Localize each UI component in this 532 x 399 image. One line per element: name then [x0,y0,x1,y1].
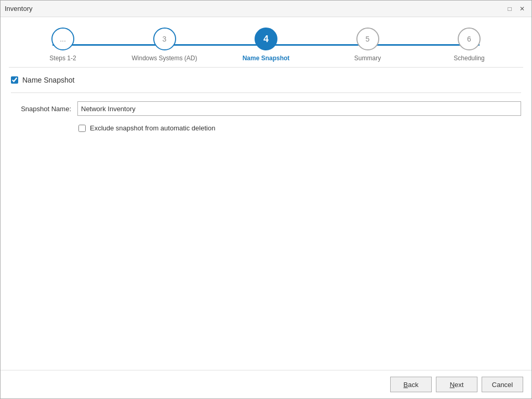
main-window: Inventory □ ✕ ... Steps 1-2 [0,0,532,399]
close-icon: ✕ [520,5,525,12]
next-button[interactable]: Next [436,377,477,392]
step-label-2: Windows Systems (AD) [131,55,197,62]
form-area: Name Snapshot Snapshot Name: Exclude sna… [1,68,531,370]
exclude-label: Exclude snapshot from automatic deletion [90,124,215,132]
section-checkbox[interactable] [11,76,18,84]
step-number-4: 5 [366,35,370,43]
back-label: Back [404,381,419,389]
step-number-1: ... [60,35,66,43]
next-label: Next [450,381,464,389]
step-number-5: 6 [467,35,471,43]
cancel-button[interactable]: Cancel [482,377,523,392]
step-scheduling[interactable]: 6 Scheduling [428,28,511,62]
step-number-3: 4 [263,34,269,45]
content-area: ... Steps 1-2 3 Windows Systems (AD) 4 N… [1,17,531,398]
back-button[interactable]: Back [390,377,432,392]
stepper: ... Steps 1-2 3 Windows Systems (AD) 4 N… [21,28,511,62]
step-label-1: Steps 1-2 [49,55,76,62]
cancel-label: Cancel [492,381,513,389]
title-bar-controls: □ ✕ [504,4,527,14]
exclude-checkbox[interactable] [78,125,86,132]
snapshot-name-row: Snapshot Name: [11,101,521,116]
step-number-2: 3 [163,35,167,43]
footer: Back Next Cancel [1,370,531,398]
step-circle-1: ... [51,28,74,50]
snapshot-name-input[interactable] [77,101,521,116]
maximize-button[interactable]: □ [504,4,515,14]
step-steps-1-2[interactable]: ... Steps 1-2 [21,28,104,62]
step-label-5: Scheduling [454,55,484,62]
stepper-container: ... Steps 1-2 3 Windows Systems (AD) 4 N… [1,17,531,67]
section-title: Name Snapshot [22,76,74,84]
step-summary[interactable]: 5 Summary [326,28,409,62]
step-windows-systems[interactable]: 3 Windows Systems (AD) [123,28,206,62]
snapshot-name-label: Snapshot Name: [15,105,77,113]
form-divider [11,92,521,93]
window-title: Inventory [5,5,32,12]
step-label-3: Name Snapshot [243,55,290,62]
title-bar: Inventory □ ✕ [1,1,531,17]
maximize-icon: □ [508,5,511,12]
close-button[interactable]: ✕ [517,4,527,14]
section-header: Name Snapshot [11,76,521,84]
step-label-4: Summary [354,55,381,62]
step-circle-4: 5 [356,28,379,50]
exclude-checkbox-row: Exclude snapshot from automatic deletion [11,124,521,132]
step-circle-3: 4 [255,28,277,50]
step-circle-2: 3 [153,28,176,50]
step-name-snapshot[interactable]: 4 Name Snapshot [224,28,308,62]
step-circle-5: 6 [458,28,481,50]
